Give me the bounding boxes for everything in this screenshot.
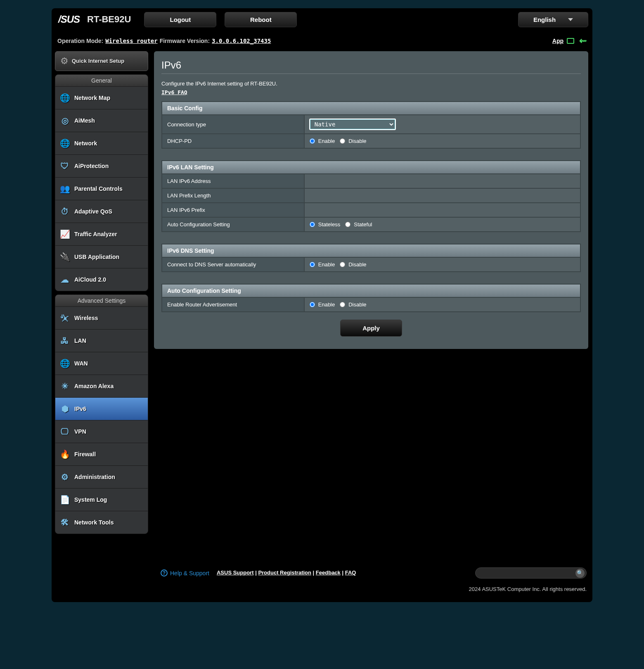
search-input[interactable] <box>481 570 575 576</box>
apply-button[interactable]: Apply <box>340 320 402 337</box>
lan-prefix-length-value <box>304 188 580 203</box>
sidebar-item-network-map[interactable]: 🌐Network Map <box>55 86 148 109</box>
menu-item-label: VPN <box>74 428 86 435</box>
search-button[interactable]: 🔍 <box>575 569 585 578</box>
copyright: 2024 ASUSTeK Computer Inc. All rights re… <box>57 586 587 592</box>
sidebar-item-vpn[interactable]: 🖵VPN <box>55 420 148 443</box>
faq-link[interactable]: FAQ <box>345 569 356 576</box>
log-icon: 📄 <box>59 494 70 505</box>
sidebar-item-amazon-alexa[interactable]: ✳Amazon Alexa <box>55 375 148 397</box>
sidebar-item-adaptive-qos[interactable]: ⏱Adaptive QoS <box>55 200 148 223</box>
op-mode-label: Operation Mode: <box>57 38 103 44</box>
ra-enable-radio[interactable] <box>310 302 315 307</box>
sidebar-item-administration[interactable]: ⚙Administration <box>55 465 148 488</box>
dns-enable-label: Enable <box>318 261 335 268</box>
sidebar-item-network-tools[interactable]: 🛠Network Tools <box>55 511 148 534</box>
menu-item-label: USB Application <box>74 254 119 260</box>
lan-icon: 🖧 <box>59 335 70 346</box>
menu-item-label: WAN <box>74 360 88 367</box>
ipv6-dns-header: IPv6 DNS Setting <box>162 244 580 257</box>
menu-general: General 🌐Network Map◎AiMesh🌐Network🛡AiPr… <box>55 74 148 291</box>
dns-disable-label: Disable <box>348 261 366 268</box>
footer-links: ASUS Support | Product Registration | Fe… <box>217 569 356 576</box>
menu-item-label: System Log <box>74 496 107 503</box>
app-icon[interactable] <box>567 38 574 44</box>
basic-config-header: Basic Config <box>162 102 580 115</box>
sidebar-item-network[interactable]: 🌐Network <box>55 132 148 154</box>
brand-logo: /SUS <box>56 14 82 25</box>
auto-config-table: Auto Configuration Setting Enable Router… <box>161 284 581 312</box>
sidebar: ⚙ Quick Internet Setup General 🌐Network … <box>52 51 148 534</box>
alexa-icon: ✳ <box>59 381 70 391</box>
app-link[interactable]: App <box>552 38 564 44</box>
language-select[interactable]: English <box>518 12 588 27</box>
chart-icon: 📈 <box>59 229 70 240</box>
language-label: English <box>533 16 556 23</box>
dns-enable-radio[interactable] <box>310 262 315 267</box>
title-separator <box>161 74 581 74</box>
menu-item-label: AiProtection <box>74 163 109 169</box>
ra-disable-radio[interactable] <box>340 302 345 307</box>
quick-internet-setup[interactable]: ⚙ Quick Internet Setup <box>55 51 148 71</box>
sidebar-item-parental-controls[interactable]: 👥Parental Controls <box>55 177 148 200</box>
connection-type-select[interactable]: Native <box>310 119 395 130</box>
menu-item-label: Network <box>74 140 97 147</box>
lan-ipv6-prefix-value <box>304 203 580 217</box>
ra-disable-label: Disable <box>348 301 366 308</box>
op-mode-link[interactable]: Wireless router <box>105 38 157 44</box>
menu-item-label: Firewall <box>74 451 96 458</box>
fw-version-link[interactable]: 3.0.0.6.102_37435 <box>212 38 271 44</box>
lan-ipv6-prefix-label: LAN IPv6 Prefix <box>162 203 304 217</box>
sidebar-item-firewall[interactable]: 🔥Firewall <box>55 443 148 465</box>
sidebar-item-wan[interactable]: 🌐WAN <box>55 352 148 375</box>
logout-button[interactable]: Logout <box>144 12 216 27</box>
stateful-radio[interactable] <box>345 222 350 227</box>
dns-disable-radio[interactable] <box>340 262 345 267</box>
sidebar-item-aiprotection[interactable]: 🛡AiProtection <box>55 154 148 177</box>
dhcp-pd-enable-radio[interactable] <box>310 138 315 144</box>
help-support-link[interactable]: Help & Support <box>170 570 209 576</box>
status-bar: Operation Mode: Wireless router Firmware… <box>52 31 592 51</box>
disable-label: Disable <box>348 138 366 144</box>
mesh-icon: ◎ <box>59 115 70 126</box>
enable-label: Enable <box>318 138 335 144</box>
sidebar-item-traffic-analyzer[interactable]: 📈Traffic Analyzer <box>55 223 148 245</box>
tools-icon: 🛠 <box>59 517 70 528</box>
menu-item-label: LAN <box>74 337 86 344</box>
sidebar-item-ipv6[interactable]: ⬢IPv6 <box>55 397 148 420</box>
stateless-label: Stateless <box>318 221 340 228</box>
gauge-icon: ⏱ <box>59 206 70 217</box>
menu-item-label: IPv6 <box>74 406 86 412</box>
help-icon: ? <box>161 569 168 576</box>
stateless-radio[interactable] <box>310 222 315 227</box>
sidebar-item-aimesh[interactable]: ◎AiMesh <box>55 109 148 132</box>
sidebar-item-lan[interactable]: 🖧LAN <box>55 329 148 352</box>
sidebar-item-wireless[interactable]: ⏧Wireless <box>55 306 148 329</box>
connection-type-label: Connection type <box>162 115 304 134</box>
ipv6-faq-link[interactable]: IPv6 FAQ <box>161 89 187 95</box>
dhcp-pd-disable-radio[interactable] <box>340 138 345 144</box>
feedback-link[interactable]: Feedback <box>316 569 341 576</box>
product-registration-link[interactable]: Product Registration <box>258 569 311 576</box>
menu-item-label: Amazon Alexa <box>74 383 114 389</box>
asus-support-link[interactable]: ASUS Support <box>217 569 254 576</box>
lan-ipv6-address-label: LAN IPv6 Address <box>162 174 304 188</box>
ipv6-lan-header: IPv6 LAN Setting <box>162 161 580 174</box>
menu-item-label: Adaptive QoS <box>74 208 112 215</box>
stateful-label: Stateful <box>354 221 372 228</box>
cloud-icon: ☁ <box>59 274 70 285</box>
page-title: IPv6 <box>161 59 581 71</box>
menu-item-label: AiCloud 2.0 <box>74 276 106 283</box>
search-box[interactable]: 🔍 <box>475 567 587 579</box>
usb-icon[interactable]: ⇜ <box>579 36 587 46</box>
menu-advanced-title: Advanced Settings <box>55 295 148 306</box>
ipv6-icon: ⬢ <box>59 403 70 414</box>
reboot-button[interactable]: Reboot <box>225 12 297 27</box>
menu-item-label: Administration <box>74 474 115 480</box>
gear-icon: ⚙ <box>60 56 69 66</box>
sidebar-item-aicloud-2-0[interactable]: ☁AiCloud 2.0 <box>55 268 148 291</box>
lan-prefix-length-label: LAN Prefix Length <box>162 188 304 203</box>
menu-item-label: AiMesh <box>74 117 95 124</box>
sidebar-item-usb-application[interactable]: 🔌USB Application <box>55 245 148 268</box>
sidebar-item-system-log[interactable]: 📄System Log <box>55 488 148 511</box>
